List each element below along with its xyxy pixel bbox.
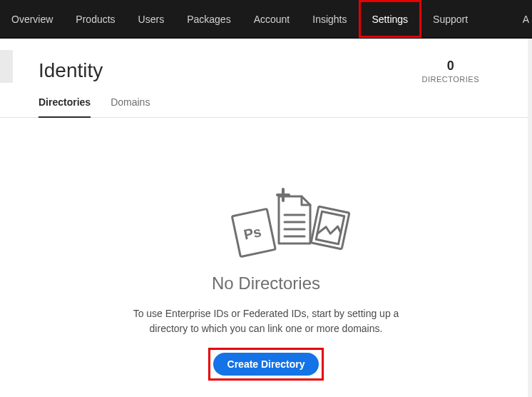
nav-packages[interactable]: Packages <box>175 0 242 38</box>
nav-products[interactable]: Products <box>64 0 126 38</box>
nav-truncated[interactable]: A <box>511 0 532 38</box>
content: Identity 0 DIRECTORIES Directories Domai… <box>0 39 532 381</box>
empty-description: To use Enterprise IDs or Federated IDs, … <box>116 306 416 336</box>
tab-directories[interactable]: Directories <box>39 96 91 118</box>
stat-label: DIRECTORIES <box>422 75 479 84</box>
top-nav: Overview Products Users Packages Account… <box>0 0 532 39</box>
tab-domains[interactable]: Domains <box>111 96 150 117</box>
nav-overview[interactable]: Overview <box>0 0 64 38</box>
empty-state: Ps <box>0 182 532 381</box>
nav-settings[interactable]: Settings <box>359 0 422 38</box>
svg-rect-9 <box>316 211 344 244</box>
subtabs: Directories Domains <box>0 84 532 118</box>
cta-highlight: Create Directory <box>208 348 324 381</box>
nav-account[interactable]: Account <box>242 0 302 38</box>
nav-users[interactable]: Users <box>127 0 176 38</box>
page-title: Identity <box>39 59 103 82</box>
empty-illustration-icon: Ps <box>223 182 352 261</box>
nav-insights[interactable]: Insights <box>301 0 358 38</box>
scrollbar-track[interactable] <box>528 39 532 397</box>
directories-stat: 0 DIRECTORIES <box>422 59 493 84</box>
empty-title: No Directories <box>212 273 320 293</box>
nav-support[interactable]: Support <box>421 0 479 38</box>
header-row: Identity 0 DIRECTORIES <box>0 39 532 84</box>
create-directory-button[interactable]: Create Directory <box>213 353 319 376</box>
side-indicator <box>0 50 13 83</box>
stat-count: 0 <box>422 59 479 74</box>
svg-text:Ps: Ps <box>242 223 263 243</box>
